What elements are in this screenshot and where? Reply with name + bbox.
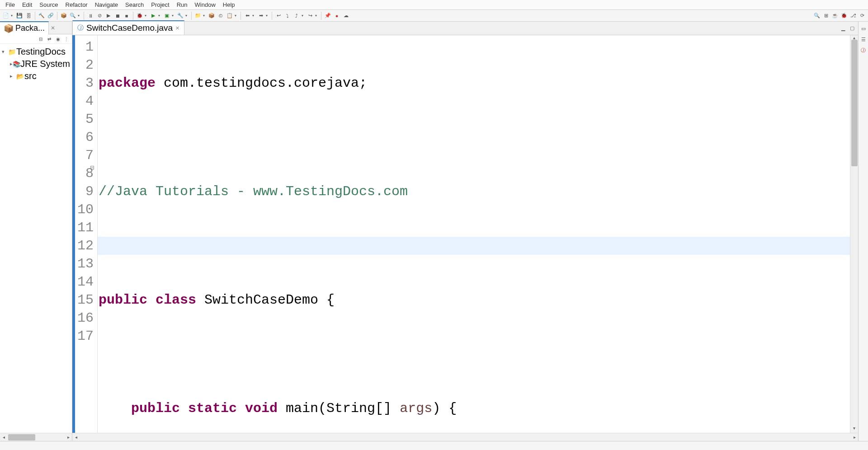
link-editor-button[interactable]: ⇄	[46, 35, 53, 42]
scroll-left-icon[interactable]: ◂	[0, 435, 7, 440]
run-button[interactable]: ▶	[149, 12, 157, 20]
new-java-project-button[interactable]: 📁	[194, 12, 202, 20]
dropdown-icon[interactable]: ▾	[252, 14, 256, 18]
editor-vertical-scrollbar[interactable]: ▴ ▾	[850, 35, 858, 433]
open-perspective-button[interactable]: ⊞	[822, 12, 830, 20]
scroll-down-icon[interactable]: ▾	[850, 426, 858, 433]
suspend-button[interactable]: ⏹	[113, 12, 122, 20]
status-bar	[0, 441, 868, 450]
prev-annotation-button[interactable]: ⤴	[292, 12, 301, 20]
dropdown-icon[interactable]: ▾	[302, 14, 305, 18]
dropdown-icon[interactable]: ▾	[315, 14, 319, 18]
dropdown-icon[interactable]: ▾	[266, 14, 269, 18]
editor-horizontal-scrollbar[interactable]: ◂ ▸	[72, 433, 858, 441]
build-button[interactable]: 🔨	[38, 12, 46, 20]
refresh-button[interactable]: ⟳	[858, 12, 866, 20]
new-button[interactable]: 📄	[2, 12, 10, 20]
menu-search[interactable]: Search	[122, 0, 147, 9]
menu-navigate[interactable]: Navigate	[91, 0, 122, 9]
code-comment: //Java Tutorials - www.TestingDocs.com	[99, 184, 408, 199]
coverage-button[interactable]: ▣	[163, 12, 171, 20]
close-tab-button[interactable]: ✕	[175, 25, 179, 31]
outline-view-button[interactable]: ☰	[859, 35, 868, 43]
collapse-all-button[interactable]: ⊟	[37, 35, 44, 42]
junit-view-button[interactable]: Ⓙ	[859, 46, 868, 54]
save-button[interactable]: 💾	[15, 12, 24, 20]
package-explorer-tab[interactable]: 📦 Packa...	[0, 21, 49, 35]
code-param: args	[400, 401, 432, 416]
dropdown-icon[interactable]: ▾	[172, 14, 175, 18]
restore-view-button[interactable]: ▭	[859, 24, 868, 33]
code-editor[interactable]: package com.testingdocs.corejava; //Java…	[98, 35, 850, 433]
resume-button[interactable]: ▶	[104, 12, 113, 20]
quick-access-icon[interactable]: 🔍	[813, 12, 821, 20]
scroll-track[interactable]	[7, 433, 65, 441]
change-marker-bar	[72, 35, 75, 433]
cloud-button[interactable]: ☁	[342, 12, 350, 20]
dropdown-icon[interactable]: ▾	[235, 14, 238, 18]
toggle-breakpoint-button[interactable]: ⏸	[86, 12, 94, 20]
forward-button[interactable]: ➡	[257, 12, 265, 20]
jre-label: JRE System	[20, 59, 70, 69]
editor-tab-active[interactable]: Ⓙ SwitchCaseDemo.java ✕	[72, 20, 184, 35]
menu-run[interactable]: Run	[173, 0, 191, 9]
debug-button[interactable]: 🐞	[136, 12, 144, 20]
dropdown-icon[interactable]: ▾	[185, 14, 189, 18]
open-type-button[interactable]: 📦	[60, 12, 68, 20]
menu-edit[interactable]: Edit	[19, 0, 36, 9]
focus-task-button[interactable]: ◉	[54, 35, 61, 42]
minimize-view-button[interactable]: ▁	[839, 24, 847, 33]
dropdown-icon[interactable]: ▾	[203, 14, 207, 18]
menu-help[interactable]: Help	[219, 0, 239, 9]
tree-project-root[interactable]: ▾ 📁 TestingDocs	[0, 46, 72, 58]
link-button[interactable]: 🔗	[47, 12, 55, 20]
stop-button[interactable]: ●	[333, 12, 341, 20]
menu-project[interactable]: Project	[147, 0, 173, 9]
search-button[interactable]: 🔍	[69, 12, 77, 20]
scroll-right-icon[interactable]: ▸	[65, 435, 72, 440]
pin-button[interactable]: 📌	[324, 12, 332, 20]
open-task-button[interactable]: 📋	[226, 12, 234, 20]
menu-window[interactable]: Window	[191, 0, 219, 9]
code-text: main(String[]	[278, 401, 400, 416]
external-tools-button[interactable]: 🔧	[176, 12, 184, 20]
fold-marker-icon[interactable]: ⊟	[90, 164, 95, 171]
expander-icon[interactable]: ▾	[2, 49, 8, 55]
scroll-track[interactable]	[80, 433, 851, 441]
next-annotation-button[interactable]: ⤵	[283, 12, 292, 20]
dropdown-icon[interactable]: ▾	[145, 14, 148, 18]
scroll-thumb[interactable]	[8, 434, 35, 441]
scroll-thumb[interactable]	[851, 40, 858, 166]
tree-src-folder[interactable]: ▸ 📂 src	[0, 70, 72, 82]
maximize-view-button[interactable]: ▢	[848, 24, 856, 33]
code-text: ) {	[432, 401, 457, 416]
git-perspective-button[interactable]: ⎇	[849, 12, 857, 20]
menu-refactor[interactable]: Refactor	[62, 0, 91, 9]
next-button[interactable]: ↪	[306, 12, 314, 20]
back-button[interactable]: ⬅	[243, 12, 251, 20]
line-number: 9	[75, 183, 94, 201]
main-content: 📦 Packa... ✕ ⊟ ⇄ ◉ ⋮ ▾ 📁 TestingDocs ▸ 📚…	[0, 22, 868, 441]
dropdown-icon[interactable]: ▾	[11, 14, 14, 18]
expander-icon[interactable]: ▸	[10, 73, 16, 79]
debug-perspective-button[interactable]: 🐞	[840, 12, 848, 20]
dropdown-icon[interactable]: ▾	[158, 14, 162, 18]
line-number: 6	[75, 128, 94, 146]
view-menu-button[interactable]: ⋮	[63, 35, 70, 42]
pkg-horizontal-scrollbar[interactable]: ◂ ▸	[0, 433, 72, 441]
java-perspective-button[interactable]: ☕	[831, 12, 839, 20]
dropdown-icon[interactable]: ▾	[78, 14, 81, 18]
scroll-left-icon[interactable]: ◂	[72, 435, 80, 440]
save-all-button[interactable]: 🗄	[24, 12, 33, 20]
new-package-button[interactable]: 📦	[208, 12, 216, 20]
menu-source[interactable]: Source	[36, 0, 61, 9]
tree-jre-library[interactable]: ▸ 📚 JRE System	[0, 58, 72, 70]
menu-file[interactable]: File	[2, 0, 19, 9]
close-view-button[interactable]: ✕	[49, 25, 57, 31]
new-class-button[interactable]: ©	[217, 12, 225, 20]
separator	[133, 12, 133, 20]
scroll-right-icon[interactable]: ▸	[851, 435, 858, 440]
terminate-button[interactable]: ■	[123, 12, 131, 20]
skip-breakpoints-button[interactable]: ⊘	[95, 12, 104, 20]
last-edit-button[interactable]: ↩	[274, 12, 283, 20]
